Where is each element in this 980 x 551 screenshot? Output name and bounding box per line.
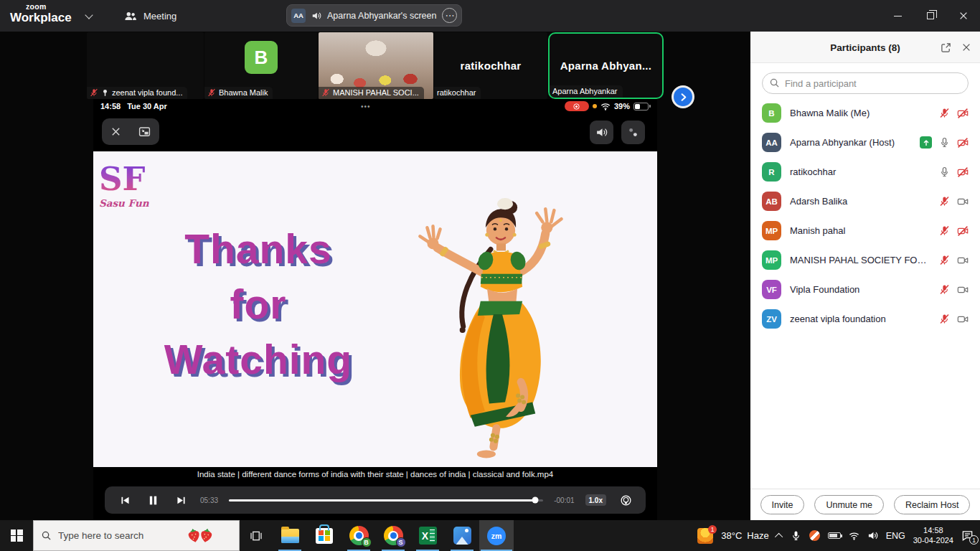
minimize-button[interactable] xyxy=(881,0,914,32)
phone-time: 14:58 xyxy=(100,102,121,110)
language-indicator[interactable]: ENG xyxy=(886,531,905,541)
tray-volume-icon[interactable] xyxy=(867,530,878,541)
video-tile-aparna-active-speaker[interactable]: Aparna Abhyan... Aparna Abhyankar xyxy=(548,32,664,99)
zoom-app-icon: zm xyxy=(487,527,506,545)
participant-name: Bhawna Malik xyxy=(219,88,268,97)
video-tile-bhawna[interactable]: B Bhawna Malik xyxy=(204,32,318,99)
unmute-me-button[interactable]: Unmute me xyxy=(814,495,884,514)
mic-muted-icon[interactable] xyxy=(939,108,950,118)
participant-row[interactable]: R ratikochhar xyxy=(750,157,980,187)
taskbar-chrome-profile-2[interactable]: S xyxy=(376,520,410,551)
windows-taskbar: B S X zm 1 38°C Haze ENG 14:58 30-04-202… xyxy=(0,520,980,551)
task-view-button[interactable] xyxy=(240,520,273,551)
tab-meeting[interactable]: Meeting xyxy=(117,0,184,32)
participant-row[interactable]: MP MANISH PAHAL SOCIETY FOR D... xyxy=(750,245,980,275)
mic-on-icon[interactable] xyxy=(939,137,950,148)
pause-button[interactable] xyxy=(144,494,161,507)
video-off-icon[interactable] xyxy=(957,137,969,149)
video-tile-manish-pahal-society[interactable]: MANISH PAHAL SOCI... xyxy=(319,32,433,99)
search-input[interactable] xyxy=(762,72,969,94)
participant-row[interactable]: AB Adarsh Balika xyxy=(750,187,980,216)
screen-share-indicator-pill[interactable]: AA Aparna Abhyankar's screen xyxy=(286,4,462,27)
mic-muted-icon[interactable] xyxy=(939,225,950,236)
taskbar-excel[interactable]: X xyxy=(410,520,445,551)
speaker-icon xyxy=(595,126,608,138)
participant-search xyxy=(762,72,969,94)
tray-mic-icon[interactable] xyxy=(791,530,801,541)
chrome-profile-badge: S xyxy=(396,537,406,547)
pin-icon xyxy=(101,89,109,97)
participant-row[interactable]: MP Manish pahal xyxy=(750,216,980,245)
video-tile-ratikochhar[interactable]: ratikochhar ratikochhar xyxy=(434,32,547,99)
chrome-icon: S xyxy=(384,526,403,545)
picture-in-picture-icon[interactable] xyxy=(138,126,151,138)
video-on-icon[interactable] xyxy=(957,196,969,207)
chrome-profile-badge: B xyxy=(362,537,372,547)
seek-bar[interactable] xyxy=(229,499,543,501)
taskbar-file-explorer[interactable] xyxy=(273,520,307,551)
participant-row[interactable]: B Bhawna Malik (Me) xyxy=(750,98,980,128)
mic-muted-icon[interactable] xyxy=(939,196,950,207)
window-controls xyxy=(881,0,980,32)
video-on-icon[interactable] xyxy=(957,284,969,296)
mic-muted-icon[interactable] xyxy=(939,314,950,324)
mirror-control-pill[interactable] xyxy=(102,118,159,145)
logo-sasufun-text: Sasu Fun xyxy=(99,197,149,209)
mic-muted-icon[interactable] xyxy=(939,284,950,295)
participants-panel: Participants (8) B Bhawna Malik (Me) AA … xyxy=(750,32,980,520)
close-button[interactable] xyxy=(947,0,980,32)
participant-row[interactable]: AA Aparna Abhyankar (Host) xyxy=(750,128,980,157)
restore-button[interactable] xyxy=(914,0,947,32)
playback-speed-button[interactable]: 1.0x xyxy=(585,494,606,506)
weather-text[interactable]: 38°C Haze xyxy=(721,530,768,541)
screen-mirroring-button[interactable] xyxy=(617,494,634,507)
start-button[interactable] xyxy=(0,520,33,551)
participant-row[interactable]: VF Vipla Foundation xyxy=(750,275,980,304)
video-off-icon[interactable] xyxy=(957,166,969,178)
mic-muted-icon[interactable] xyxy=(939,255,950,265)
video-on-icon[interactable] xyxy=(957,314,969,325)
taskbar-search[interactable] xyxy=(33,520,240,551)
record-icon xyxy=(573,103,580,110)
photos-icon xyxy=(453,527,471,545)
tray-expand-chevron-icon[interactable] xyxy=(775,532,783,540)
participant-row[interactable]: ZV zeenat vipla foundation xyxy=(750,304,980,334)
video-on-icon[interactable] xyxy=(957,255,969,266)
filmstrip-next-page-button[interactable] xyxy=(672,85,694,108)
invite-button[interactable]: Invite xyxy=(760,495,805,514)
notification-center-button[interactable]: 1 xyxy=(961,529,974,542)
close-panel-icon[interactable] xyxy=(961,42,971,52)
next-button[interactable] xyxy=(172,495,189,506)
more-options-icon[interactable] xyxy=(442,8,457,23)
logo-workplace-text: Workplace xyxy=(10,11,72,24)
mic-on-icon[interactable] xyxy=(939,166,950,177)
tray-wifi-icon[interactable] xyxy=(849,532,859,540)
previous-button[interactable] xyxy=(116,495,133,506)
volume-button[interactable] xyxy=(590,121,613,144)
screen-sharing-icon xyxy=(920,136,932,149)
taskbar-photos[interactable] xyxy=(445,520,479,551)
notification-count-badge: 1 xyxy=(969,535,979,545)
close-mirror-icon[interactable] xyxy=(110,126,121,137)
taskbar-chrome-profile-1[interactable]: B xyxy=(341,520,376,551)
popout-panel-icon[interactable] xyxy=(941,42,951,53)
controls-toggle-button[interactable] xyxy=(621,121,645,144)
elapsed-time: 05:33 xyxy=(200,496,218,504)
meeting-tab-label: Meeting xyxy=(143,11,176,22)
reclaim-host-button[interactable]: Reclaim Host xyxy=(894,495,970,514)
weather-icon[interactable]: 1 xyxy=(697,528,713,544)
remaining-time: -00:01 xyxy=(554,496,574,504)
participant-name: Vipla Foundation xyxy=(790,284,930,295)
video-off-icon[interactable] xyxy=(957,108,969,119)
chevron-down-icon[interactable] xyxy=(85,11,93,19)
tray-app-icon[interactable] xyxy=(809,530,820,541)
clock[interactable]: 14:58 30-04-2024 xyxy=(913,526,953,545)
video-off-icon[interactable] xyxy=(957,225,969,237)
taskbar-microsoft-store[interactable] xyxy=(307,520,341,551)
video-tile-zeenat[interactable]: zeenat vipla found... xyxy=(87,32,204,99)
seek-knob[interactable] xyxy=(532,497,539,504)
avatar: B xyxy=(245,41,278,74)
taskbar-zoom-active[interactable]: zm xyxy=(479,520,514,551)
search-highlight-strawberries-icon[interactable] xyxy=(186,527,215,544)
tray-battery-icon[interactable] xyxy=(828,532,841,539)
